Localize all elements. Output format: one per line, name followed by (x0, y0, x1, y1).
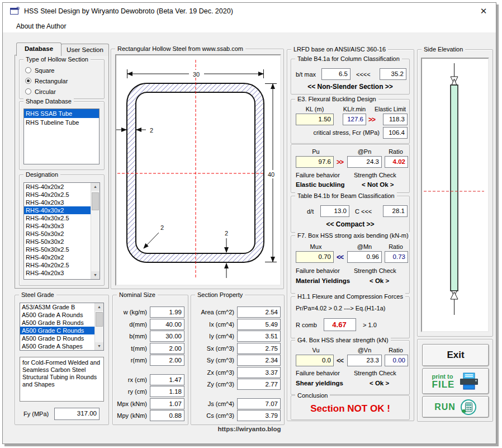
bt-limit-field[interactable]: 35.2 (380, 68, 406, 80)
scrollbar-down-icon[interactable]: ▼ (95, 342, 103, 350)
list-item[interactable]: RHS-50x30x2 (24, 238, 91, 246)
column-classification-verdict: << Non-Slender Section >> (291, 83, 409, 91)
group-title: H1.1 Flexure and Compression Forces (295, 293, 405, 300)
shear-ratio-field[interactable]: 0.00 (385, 355, 408, 366)
list-item[interactable]: RHS-50x30x2 (24, 230, 91, 238)
dt-field[interactable]: 13.0 (320, 205, 349, 217)
rcomb-field[interactable]: 4.67 (324, 318, 356, 331)
value-field[interactable]: 3.51 (237, 331, 281, 342)
bt-max-field[interactable]: 6.5 (321, 68, 351, 80)
fy-field[interactable]: 317.00 (54, 408, 100, 420)
steel-grade-list[interactable]: ▲ ▼ A53/A53M Grade B A500 Grade A Rounds… (20, 303, 104, 351)
run-button[interactable]: RUN (422, 396, 489, 418)
pn-field[interactable]: 24.3 (347, 156, 382, 168)
list-item[interactable]: RHS-40x20x2.5 (24, 191, 91, 199)
group-side-elevation: Side Elevation (417, 49, 493, 337)
list-item[interactable]: RHS-40x20x2.5 (24, 261, 91, 269)
value-field[interactable]: 30.00 (150, 331, 184, 342)
dt-limit-field[interactable]: 28.1 (383, 205, 408, 217)
mn-field[interactable]: 0.96 (347, 251, 382, 263)
axial-ratio-field[interactable]: 4.02 (385, 156, 408, 168)
list-item[interactable]: A500 Grade A Shapes (20, 342, 94, 350)
fcr-label: critical stress, Fcr (MPa) (307, 129, 380, 136)
list-item[interactable]: RHS-40x20x2 (24, 183, 91, 191)
list-item[interactable]: RHS SSAB Tube (24, 109, 99, 118)
tab-user-section[interactable]: User Section (61, 44, 109, 56)
value-field[interactable]: 40.00 (150, 319, 184, 330)
elastic-limit-field[interactable]: 118.3 (383, 114, 408, 125)
list-item[interactable]: A500 Grade B Rounds (20, 319, 94, 327)
radio-square[interactable]: Square (25, 66, 54, 74)
menu-about-author[interactable]: About the Author (13, 21, 69, 31)
klr-field[interactable]: 127.6 (343, 114, 366, 125)
axial-failure-value: Elastic buckling (296, 181, 345, 188)
frame-axial-check: Pu @Pn Ratio 97.6 >> 24.3 4.02 Failure b… (291, 144, 410, 193)
list-item[interactable]: A500 Grade A Rounds (20, 311, 94, 319)
fy-label: Fy (MPa) (23, 411, 49, 417)
value-field[interactable]: 0.88 (150, 410, 184, 421)
value-field[interactable]: 5.49 (237, 319, 281, 330)
list-item-label: RHS-50x30x2.5 (26, 246, 69, 253)
mn-header: @Mn (347, 243, 382, 250)
group-section-property: Section Property Area (cm^2) 2.54 Ix (cm… (191, 295, 285, 425)
field-row: Js (cm^4) 7.07 (193, 398, 281, 409)
mux-field[interactable]: 0.70 (296, 251, 334, 263)
list-item[interactable]: RHS-40x20x2 (24, 253, 91, 261)
cross-section-drawing: 30 40 2 2 2 (116, 55, 278, 282)
field-label: Sx (cm^3) (207, 345, 234, 352)
vu-field[interactable]: 0.0 (296, 355, 334, 366)
list-item-label: RHS-40x20x2 (26, 254, 64, 261)
value-field[interactable]: 2.77 (237, 379, 281, 390)
exit-button[interactable]: Exit (422, 344, 489, 366)
scrollbar-thumb[interactable] (96, 312, 103, 327)
value-field[interactable]: 2.54 (237, 306, 281, 318)
group-type-of-hollow-section: Type of Hollow Section Square Rectangula… (19, 59, 105, 99)
radio-rectangular[interactable]: Rectangular (25, 77, 68, 85)
list-item[interactable]: RHS-40x20x3 (24, 269, 91, 277)
list-item[interactable]: RHS-40x30x2.5 (24, 214, 91, 222)
value-field[interactable]: 2.00 (150, 355, 184, 366)
value-field[interactable]: 1.07 (150, 398, 184, 409)
kl-field[interactable]: 1.50 (296, 114, 334, 125)
list-item[interactable]: A500 Grade C Rounds (20, 327, 94, 334)
value-field[interactable]: 2.75 (237, 343, 281, 354)
group-title: Conclusion (295, 392, 330, 399)
print-to-file-button[interactable]: print to FILE (422, 368, 489, 394)
scrollbar[interactable]: ▲ ▼ (91, 183, 100, 279)
scrollbar[interactable]: ▲ ▼ (94, 303, 103, 350)
list-item[interactable]: A500 Grade D Rounds (20, 334, 94, 342)
scrollbar-thumb[interactable] (92, 192, 99, 210)
value-field[interactable]: 1.99 (150, 306, 184, 318)
list-item[interactable]: RHS-40x20x3 (24, 199, 91, 206)
close-icon[interactable]: ✕ (477, 6, 490, 17)
bending-ratio-field[interactable]: 0.73 (385, 251, 408, 263)
fcr-field[interactable]: 106.4 (383, 127, 408, 139)
shape-database-list[interactable]: RHS SSAB Tube RHS Tubeline Tube (23, 109, 100, 164)
value-field[interactable]: 1.47 (150, 374, 184, 385)
group-table-b41a: Table B4.1a for Column Classification b/… (291, 59, 410, 95)
pu-field[interactable]: 97.6 (296, 156, 334, 168)
list-item[interactable]: RHS Tubeline Tube (24, 118, 99, 127)
field-label: ry (cm) (128, 388, 147, 395)
list-item[interactable]: RHS-40x30x2 (24, 206, 91, 214)
vn-field[interactable]: 23.3 (347, 355, 382, 366)
printer-icon (459, 372, 479, 390)
value-field[interactable]: 3.79 (237, 410, 281, 421)
scrollbar-up-icon[interactable]: ▲ (91, 183, 100, 191)
value-field[interactable]: 1.18 (150, 386, 184, 397)
value-field[interactable]: 7.07 (237, 398, 281, 409)
value-field[interactable]: 2.00 (150, 343, 184, 354)
list-item[interactable]: RHS-40x30x3 (24, 222, 91, 230)
scrollbar-down-icon[interactable]: ▼ (91, 271, 100, 279)
value-field[interactable]: 2.34 (237, 355, 281, 366)
radio-icon (25, 88, 31, 95)
scrollbar-up-icon[interactable]: ▲ (95, 303, 103, 311)
field-row: Mpy (kNm) 0.88 (115, 410, 184, 421)
radio-circular[interactable]: Circular (25, 87, 56, 96)
group-shape-database: Shape Database RHS SSAB Tube RHS Tubelin… (19, 101, 105, 170)
tab-database[interactable]: Database (16, 43, 61, 56)
designation-list[interactable]: ▲ ▼ RHS-40x20x2 RHS-40x20x2.5 RHS-40x20x… (23, 182, 100, 280)
value-field[interactable]: 3.37 (237, 367, 281, 378)
list-item[interactable]: RHS-50x30x2.5 (24, 246, 91, 253)
list-item[interactable]: A53/A53M Grade B (20, 303, 94, 311)
